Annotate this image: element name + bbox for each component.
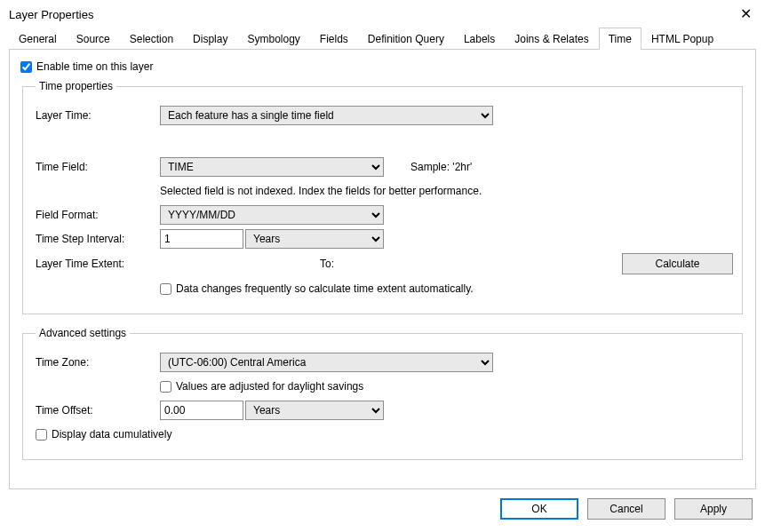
tabstrip: General Source Selection Display Symbolo…: [9, 27, 756, 50]
timezone-select[interactable]: (UTC-06:00) Central America: [160, 353, 493, 372]
titlebar: Layer Properties ✕: [0, 0, 765, 27]
dst-row[interactable]: Values are adjusted for daylight savings: [160, 380, 363, 393]
tab-source[interactable]: Source: [67, 28, 120, 50]
tab-display[interactable]: Display: [183, 28, 237, 50]
tab-joins-relates[interactable]: Joins & Relates: [505, 28, 598, 50]
offset-input[interactable]: [160, 401, 243, 420]
field-format-select[interactable]: YYYY/MM/DD: [160, 205, 384, 225]
time-field-label: Time Field:: [36, 161, 160, 173]
layer-time-select[interactable]: Each feature has a single time field: [160, 106, 493, 125]
advanced-settings-legend: Advanced settings: [36, 327, 130, 339]
window-title: Layer Properties: [9, 8, 93, 21]
auto-calc-row[interactable]: Data changes frequently so calculate tim…: [160, 282, 474, 295]
tab-html-popup[interactable]: HTML Popup: [641, 28, 723, 50]
time-step-input[interactable]: [160, 229, 243, 249]
to-label: To:: [320, 258, 334, 270]
time-field-select[interactable]: TIME: [160, 157, 384, 177]
tab-time[interactable]: Time: [599, 28, 641, 50]
cumulative-checkbox[interactable]: [36, 429, 47, 441]
dst-label: Values are adjusted for daylight savings: [176, 380, 363, 393]
tab-definition-query[interactable]: Definition Query: [358, 28, 454, 50]
tab-symbology[interactable]: Symbology: [237, 28, 309, 50]
dialog-footer: OK Cancel Apply: [0, 489, 765, 532]
offset-label: Time Offset:: [36, 404, 160, 417]
cancel-button[interactable]: Cancel: [587, 498, 665, 520]
tab-selection[interactable]: Selection: [120, 28, 183, 50]
enable-time-checkbox[interactable]: [20, 61, 32, 73]
time-step-label: Time Step Interval:: [36, 233, 160, 245]
tab-fields[interactable]: Fields: [310, 28, 358, 50]
cumulative-row[interactable]: Display data cumulatively: [36, 428, 171, 441]
advanced-settings-group: Advanced settings Time Zone: (UTC-06:00)…: [22, 327, 743, 460]
time-properties-group: Time properties Layer Time: Each feature…: [22, 80, 743, 314]
enable-time-row[interactable]: Enable time on this layer: [20, 60, 745, 73]
tab-general[interactable]: General: [9, 28, 67, 50]
cumulative-label: Display data cumulatively: [52, 428, 171, 441]
enable-time-label: Enable time on this layer: [36, 60, 153, 73]
layer-extent-label: Layer Time Extent:: [36, 258, 160, 270]
timezone-label: Time Zone:: [36, 356, 160, 369]
time-step-unit-select[interactable]: Years: [245, 229, 384, 249]
auto-calc-checkbox[interactable]: [160, 283, 171, 295]
layer-time-label: Layer Time:: [36, 109, 160, 122]
layer-properties-dialog: Layer Properties ✕ General Source Select…: [0, 0, 765, 532]
offset-unit-select[interactable]: Years: [245, 401, 384, 420]
index-warning: Selected field is not indexed. Index the…: [160, 185, 482, 197]
close-icon[interactable]: ✕: [735, 7, 756, 21]
calculate-button[interactable]: Calculate: [622, 253, 733, 274]
sample-label: Sample: '2hr': [410, 161, 472, 173]
dst-checkbox[interactable]: [160, 381, 171, 393]
tab-labels[interactable]: Labels: [454, 28, 505, 50]
auto-calc-label: Data changes frequently so calculate tim…: [176, 282, 474, 295]
ok-button[interactable]: OK: [500, 498, 578, 520]
time-properties-legend: Time properties: [36, 80, 116, 92]
apply-button[interactable]: Apply: [674, 498, 753, 520]
field-format-label: Field Format:: [36, 209, 160, 221]
time-panel: Enable time on this layer Time propertie…: [9, 50, 756, 489]
